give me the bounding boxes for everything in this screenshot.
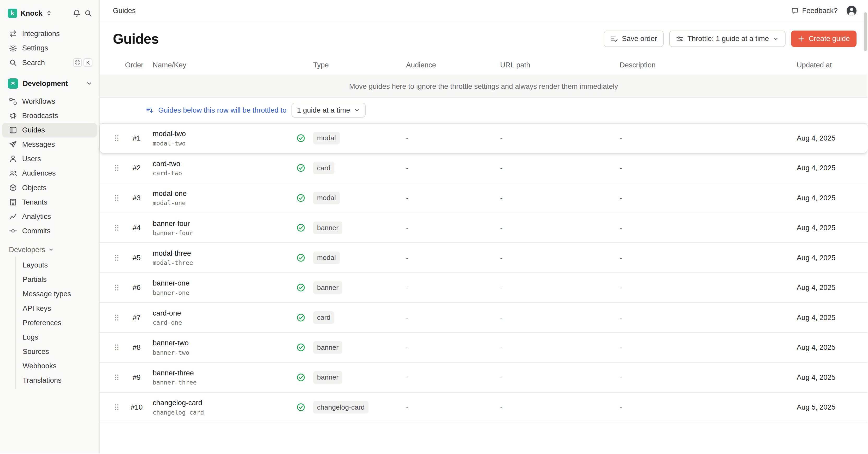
workspace-name: Knock xyxy=(20,9,42,18)
sidebar-item-label: Settings xyxy=(22,44,92,52)
guide-name[interactable]: modal-three xyxy=(153,249,297,258)
developers-nav-item[interactable]: Partials xyxy=(16,273,99,287)
status-check-icon xyxy=(297,343,313,352)
guide-order: #5 xyxy=(125,254,148,262)
developers-nav-item[interactable]: Preferences xyxy=(16,316,99,330)
guide-name[interactable]: banner-two xyxy=(153,339,297,347)
sidebar-item-settings[interactable]: Settings xyxy=(2,41,97,55)
status-check-icon xyxy=(297,134,313,143)
table-row[interactable]: #10 changelog-card changelog-card change… xyxy=(100,393,868,422)
users-icon xyxy=(9,154,17,163)
guide-name[interactable]: modal-two xyxy=(153,130,297,138)
integrations-icon xyxy=(9,30,17,38)
keycap-cmd: ⌘ xyxy=(73,58,82,67)
chevron-down-icon xyxy=(354,107,360,113)
drag-handle-icon[interactable] xyxy=(113,194,125,202)
sidebar-item-messages[interactable]: Messages xyxy=(2,137,97,152)
workspace-switcher[interactable]: k Knock xyxy=(0,4,99,22)
guide-name[interactable]: banner-one xyxy=(153,279,297,287)
audience-value: - xyxy=(406,134,500,142)
environment-switcher[interactable]: Development xyxy=(2,75,97,92)
guide-order: #7 xyxy=(125,313,148,322)
breadcrumb[interactable]: Guides xyxy=(113,6,135,15)
table-row[interactable]: #8 banner-two banner-two banner - - - Au… xyxy=(100,333,868,363)
throttle-divider-link[interactable]: Guides below this row will be throttled … xyxy=(158,106,286,114)
table-row[interactable]: #1 modal-two modal-two modal - - - Aug 4… xyxy=(100,123,868,153)
column-header-type: Type xyxy=(313,61,406,69)
url-path-value: - xyxy=(500,254,620,262)
chevron-down-icon xyxy=(773,36,779,42)
guide-key: card-one xyxy=(153,319,297,326)
table-row[interactable]: #7 card-one card-one card - - - Aug 4, 2… xyxy=(100,303,868,333)
page-header: Guides Save order Throttle: 1 guide at a… xyxy=(100,22,868,55)
sidebar-item-users[interactable]: Users xyxy=(2,152,97,166)
developers-nav-item[interactable]: API keys xyxy=(16,301,99,316)
sidebar-item-label: Guides xyxy=(22,126,92,134)
sidebar-item-label: Messages xyxy=(22,140,92,149)
sidebar-item-audiences[interactable]: Audiences xyxy=(2,166,97,180)
bell-icon[interactable] xyxy=(72,9,81,18)
sidebar-item-guides[interactable]: Guides xyxy=(2,123,97,137)
search-icon[interactable] xyxy=(84,9,92,18)
description-value: - xyxy=(620,283,797,292)
save-order-button[interactable]: Save order xyxy=(603,31,664,47)
guide-name[interactable]: card-one xyxy=(153,309,297,317)
table-row[interactable]: #4 banner-four banner-four banner - - - … xyxy=(100,213,868,243)
updated-at-value: Aug 4, 2025 xyxy=(797,313,855,322)
scrollbar-thumb[interactable] xyxy=(864,12,867,51)
drag-handle-icon[interactable] xyxy=(113,224,125,232)
table-row[interactable]: #9 banner-three banner-three banner - - … xyxy=(100,363,868,392)
sidebar-item-objects[interactable]: Objects xyxy=(2,180,97,195)
guide-order: #4 xyxy=(125,224,148,232)
drag-handle-icon[interactable] xyxy=(113,164,125,172)
sidebar-item-integrations[interactable]: Integrations xyxy=(2,27,97,41)
guide-name[interactable]: banner-four xyxy=(153,220,297,228)
audiences-icon xyxy=(9,169,17,178)
developers-nav-item[interactable]: Sources xyxy=(16,344,99,359)
table-row[interactable]: #6 banner-one banner-one banner - - - Au… xyxy=(100,273,868,303)
sidebar-item-workflows[interactable]: Workflows xyxy=(2,94,97,108)
table-row[interactable]: #5 modal-three modal-three modal - - - A… xyxy=(100,243,868,273)
guide-name[interactable]: banner-three xyxy=(153,369,297,377)
updated-at-value: Aug 4, 2025 xyxy=(797,283,855,292)
drag-handle-icon[interactable] xyxy=(113,134,125,142)
create-guide-button[interactable]: Create guide xyxy=(791,31,857,47)
audience-value: - xyxy=(406,343,500,351)
description-value: - xyxy=(620,373,797,381)
throttle-dropdown-button[interactable]: Throttle: 1 guide at a time xyxy=(669,31,785,47)
guide-name[interactable]: changelog-card xyxy=(153,399,297,407)
user-avatar[interactable] xyxy=(846,6,857,16)
developers-nav-item[interactable]: Webhooks xyxy=(16,359,99,373)
developers-nav-item[interactable]: Message types xyxy=(16,287,99,301)
developers-item-label: Message types xyxy=(23,290,71,298)
guide-name[interactable]: modal-one xyxy=(153,189,297,198)
developers-item-label: Layouts xyxy=(23,261,48,269)
drag-handle-icon[interactable] xyxy=(113,254,125,262)
guide-key: modal-one xyxy=(153,199,297,206)
feedback-button[interactable]: Feedback? xyxy=(791,6,838,15)
sidebar-item-tenants[interactable]: Tenants xyxy=(2,195,97,209)
unthrottled-dropzone[interactable]: Move guides here to ignore the throttle … xyxy=(100,75,868,98)
guide-key: modal-three xyxy=(153,259,297,266)
url-path-value: - xyxy=(500,313,620,322)
drag-handle-icon[interactable] xyxy=(113,343,125,351)
developers-nav: Layouts Partials Message types API keys … xyxy=(16,257,99,389)
table-row[interactable]: #3 modal-one modal-one modal - - - Aug 4… xyxy=(100,183,868,213)
drag-handle-icon[interactable] xyxy=(113,314,125,321)
drag-handle-icon[interactable] xyxy=(113,403,125,411)
drag-handle-icon[interactable] xyxy=(113,284,125,291)
developers-nav-item[interactable]: Translations xyxy=(16,373,99,388)
sidebar-item-analytics[interactable]: Analytics xyxy=(2,209,97,224)
developers-nav-item[interactable]: Layouts xyxy=(16,258,99,273)
developers-nav-item[interactable]: Logs xyxy=(16,330,99,344)
sidebar-item-broadcasts[interactable]: Broadcasts xyxy=(2,108,97,123)
drag-handle-icon[interactable] xyxy=(113,373,125,381)
developers-item-label: API keys xyxy=(23,304,51,313)
sidebar-item-commits[interactable]: Commits xyxy=(2,224,97,238)
developers-section-toggle[interactable]: Developers xyxy=(0,243,99,257)
page-title: Guides xyxy=(113,31,159,47)
sidebar-item-search[interactable]: Search ⌘ K xyxy=(2,55,97,70)
table-row[interactable]: #2 card-two card-two card - - - Aug 4, 2… xyxy=(100,153,868,183)
guide-name[interactable]: card-two xyxy=(153,160,297,168)
throttle-divider-dropdown[interactable]: 1 guide at a time xyxy=(291,103,366,118)
